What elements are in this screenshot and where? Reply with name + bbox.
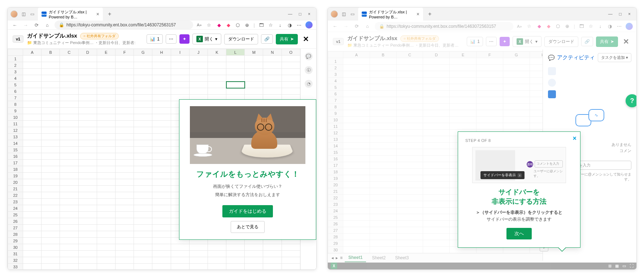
open-button[interactable]: X開く ▾ — [192, 34, 221, 44]
address-bar: ← → ⟳ ⌂ 🔒 https://tokyu-community.ent.bo… — [328, 21, 636, 32]
url-text: https://tokyu-community.ent.box.com/file… — [66, 22, 176, 27]
ext-icon-4[interactable]: ⊕ — [244, 22, 250, 28]
ext-icon-5[interactable]: 🗔 — [579, 23, 584, 29]
ext-icon-1[interactable]: ◆ — [536, 23, 542, 29]
minimize-icon[interactable]: — — [288, 12, 292, 17]
home-icon[interactable]: ⌂ — [364, 23, 371, 30]
collections-icon[interactable]: ▭ — [349, 11, 355, 17]
comment-icon[interactable]: 💬 — [305, 52, 313, 60]
forward-icon[interactable]: → — [22, 21, 29, 29]
url-field[interactable]: 🔒 https://tokyu-community.ent.box.com/fi… — [55, 21, 193, 29]
workspaces-icon[interactable]: ◫ — [21, 11, 26, 17]
sheet-nav-prev[interactable]: ◂ — [331, 255, 334, 260]
open-button[interactable]: X開く ▾ — [513, 36, 541, 47]
link-button[interactable]: 🔗 — [581, 37, 593, 46]
activity-item-icon-2[interactable] — [548, 79, 556, 87]
copilot-icon[interactable] — [305, 21, 313, 29]
new-tab-button[interactable]: + — [106, 11, 113, 17]
step-next-button[interactable]: 次へ — [506, 228, 532, 239]
home-icon[interactable]: ⌂ — [44, 21, 51, 29]
status-icon-4[interactable]: ⛶ — [630, 264, 634, 268]
profile-avatar-icon[interactable] — [331, 10, 338, 18]
download-button[interactable]: ダウンロード — [544, 36, 578, 47]
share-button[interactable]: 共有 ➤ — [596, 36, 618, 47]
ext-icon-7[interactable]: ↓ — [597, 23, 603, 29]
sheet-list-icon[interactable]: ≡ — [340, 255, 343, 260]
stats-button[interactable]: 📊 1 — [147, 34, 163, 44]
tab-close-icon[interactable]: × — [96, 11, 99, 17]
refresh-icon[interactable]: ⟳ — [33, 21, 40, 29]
refresh-icon[interactable]: ⟳ — [353, 23, 360, 30]
copilot-icon[interactable] — [626, 23, 633, 30]
activity-item-icon-1[interactable] — [548, 67, 556, 75]
tab-close-icon[interactable]: × — [417, 11, 419, 17]
new-tab-button[interactable]: + — [426, 11, 434, 17]
preview-avatar-icon: 透明 — [527, 161, 533, 168]
stats-button[interactable]: 📊 1 — [467, 37, 483, 46]
version-badge[interactable]: v1 — [13, 35, 23, 43]
share-button[interactable]: 共有 ➤ — [276, 34, 298, 44]
ext-icon-3[interactable]: ⬡ — [555, 23, 561, 29]
help-button[interactable]: ? — [626, 94, 637, 107]
activity-item-icon-3[interactable] — [548, 90, 556, 98]
ext-icon-2[interactable]: ◆ — [546, 23, 552, 29]
workspaces-icon[interactable]: ◫ — [341, 11, 347, 17]
activity-icon[interactable]: ◔ — [305, 80, 313, 88]
forward-icon[interactable]: → — [342, 23, 349, 30]
maximize-icon[interactable]: □ — [619, 12, 622, 17]
status-icon-3[interactable]: ▭ — [622, 264, 626, 268]
ext-icon-6[interactable]: ☆ — [588, 23, 594, 29]
more-icon[interactable]: ⋯ — [616, 23, 622, 29]
close-window-icon[interactable]: × — [628, 12, 631, 17]
guide-later-button[interactable]: あとで見る — [231, 221, 265, 233]
sheet-tab-3[interactable]: Sheet3 — [391, 254, 412, 262]
ai-button[interactable]: ✦ — [500, 37, 510, 46]
more-actions-button[interactable]: ⋯ — [166, 34, 177, 44]
ext-icon-1[interactable]: ◆ — [216, 22, 222, 28]
maximize-icon[interactable]: □ — [299, 12, 301, 17]
url-field[interactable]: 🔒 https://tokyu-community.ent.box.com/fi… — [375, 22, 513, 31]
more-actions-button[interactable]: ⋯ — [486, 37, 497, 46]
more-icon[interactable]: ⋯ — [296, 22, 302, 28]
profile-avatar-icon[interactable] — [10, 10, 18, 18]
back-icon[interactable]: ← — [11, 21, 18, 29]
info-icon[interactable]: 🛈 — [305, 66, 313, 74]
favorite-icon[interactable]: ☆ — [205, 21, 213, 29]
lock-icon: 🔒 — [59, 22, 64, 27]
sheet-tab-1[interactable]: Sheet1 — [345, 254, 366, 262]
ext-icon-6[interactable]: ☆ — [268, 22, 274, 28]
guide-title: ファイルをもっとみやすく！ — [186, 169, 309, 179]
favorite-icon[interactable]: ☆ — [526, 23, 533, 30]
close-window-icon[interactable]: × — [308, 12, 310, 17]
ext-icon-8[interactable]: ◑ — [287, 22, 292, 28]
browser-tab[interactable]: box ガイドサンプル.xlsx | Powered by B… × — [358, 7, 423, 21]
reader-badge[interactable]: A» — [197, 23, 201, 27]
download-button[interactable]: ダウンロード — [224, 34, 258, 44]
reader-badge[interactable]: A» — [517, 24, 522, 29]
step-close-icon[interactable]: × — [573, 135, 576, 142]
sheet-nav-next[interactable]: ▸ — [336, 255, 338, 260]
ext-icon-8[interactable]: ◑ — [607, 23, 613, 29]
close-preview-icon[interactable]: ✕ — [301, 35, 311, 43]
version-badge[interactable]: v1 — [333, 38, 344, 45]
status-icon-2[interactable]: ▦ — [615, 264, 619, 268]
minimize-icon[interactable]: — — [608, 12, 613, 17]
sheet-tab-2[interactable]: Sheet2 — [368, 254, 389, 262]
ext-icon-5[interactable]: 🗔 — [258, 22, 264, 28]
ext-icon-7[interactable]: ↓ — [277, 22, 283, 28]
link-button[interactable]: 🔗 — [261, 34, 273, 44]
collections-icon[interactable]: ▭ — [29, 11, 35, 17]
ext-icon-3[interactable]: ⬡ — [235, 22, 241, 28]
back-icon[interactable]: ← — [331, 23, 339, 30]
add-task-button[interactable]: タスクを追加 ▾ — [598, 53, 631, 62]
close-preview-icon[interactable]: ✕ — [621, 37, 631, 46]
folder-badge: ○社外共有フォルダ — [400, 35, 439, 42]
divider: | — [254, 22, 255, 28]
ai-button[interactable]: ✦ — [179, 34, 190, 44]
ext-icon-4[interactable]: ⊕ — [565, 23, 570, 29]
browser-window-right: ◫ ▭ box ガイドサンプル.xlsx | Powered by B… × +… — [327, 7, 637, 270]
ext-icon-2[interactable]: ◆ — [226, 22, 231, 28]
status-icon-1[interactable]: ⊞ — [608, 264, 612, 268]
guide-start-button[interactable]: ガイドをはじめる — [222, 205, 273, 217]
browser-tab[interactable]: box ガイドサンプル.xlsx | Powered by B… × — [38, 7, 103, 21]
